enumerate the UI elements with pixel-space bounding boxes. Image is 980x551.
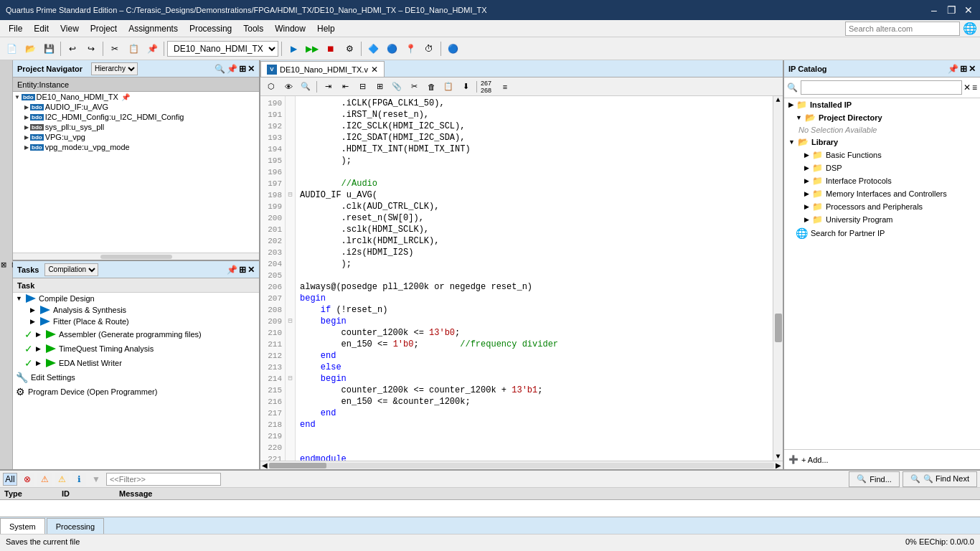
tab-system[interactable]: System bbox=[0, 518, 45, 534]
ip-item-interface[interactable]: ▶ 📁 Interface Protocols bbox=[784, 174, 980, 187]
ed-tool6-btn[interactable]: 📋 bbox=[440, 80, 456, 94]
close-btn[interactable]: ✕ bbox=[963, 4, 974, 16]
ip-item-basic[interactable]: ▶ 📁 Basic Functions bbox=[784, 149, 980, 161]
nav-pin-icon[interactable]: 📌 bbox=[227, 64, 237, 74]
scroll-track-h[interactable] bbox=[269, 463, 774, 468]
ip-group-projdir[interactable]: ▼ 📂 Project Directory bbox=[784, 111, 980, 124]
ed-tool7-btn[interactable]: ⬇ bbox=[458, 80, 473, 94]
find-button[interactable]: 🔍 Find... bbox=[849, 471, 900, 487]
task-row-settings[interactable]: 🔧 Edit Settings bbox=[13, 370, 259, 385]
tree-item-pll[interactable]: ▶ bdo sys_pll:u_sys_pll bbox=[13, 122, 259, 132]
ed-nav-icon[interactable]: ⬡ bbox=[263, 80, 279, 94]
menu-file[interactable]: File bbox=[3, 22, 28, 35]
undo-btn[interactable]: ↩ bbox=[64, 40, 81, 57]
task-row-assembler[interactable]: ✓ ▶ Assembler (Generate programming file… bbox=[13, 327, 259, 342]
restore-btn[interactable]: ❐ bbox=[946, 4, 957, 16]
ed-tool3-btn[interactable]: 📎 bbox=[389, 80, 405, 94]
scroll-down-btn[interactable]: ▼ bbox=[776, 453, 780, 461]
tasks-expand-icon[interactable]: ⊞ bbox=[239, 265, 246, 275]
ed-align-btn[interactable]: ≡ bbox=[497, 80, 513, 94]
rtl-btn[interactable]: 🔷 bbox=[364, 40, 382, 57]
menu-edit[interactable]: Edit bbox=[28, 22, 55, 35]
ip-item-processors[interactable]: ▶ 📁 Processors and Peripherals bbox=[784, 200, 980, 213]
menu-tools[interactable]: Tools bbox=[237, 22, 269, 35]
ip-expand-icon[interactable]: ⊞ bbox=[960, 64, 967, 74]
ed-binocular2-icon[interactable]: 🔍 bbox=[298, 80, 314, 94]
tree-item-i2c[interactable]: ▶ bdo I2C_HDMI_Config:u_I2C_HDMI_Config bbox=[13, 112, 259, 122]
task-row-program[interactable]: ⚙ Program Device (Open Programmer) bbox=[13, 385, 259, 399]
ip-item-dsp[interactable]: ▶ 📁 DSP bbox=[784, 161, 980, 174]
open-btn[interactable]: 📂 bbox=[22, 40, 39, 57]
scroll-left-btn[interactable]: ◀ bbox=[260, 461, 269, 469]
ip-group-installed[interactable]: ▶ 📁 Installed IP bbox=[784, 98, 980, 111]
pin-btn[interactable]: 📍 bbox=[402, 40, 419, 57]
cut-btn[interactable]: ✂ bbox=[106, 40, 123, 57]
ed-tool4-btn[interactable]: ✂ bbox=[406, 80, 422, 94]
task-row-timequest[interactable]: ✓ ▶ TimeQuest Timing Analysis bbox=[13, 342, 259, 356]
ip-options-icon[interactable]: ≡ bbox=[972, 83, 977, 93]
ip-add-button[interactable]: ➕ + Add... bbox=[788, 455, 829, 464]
paste-btn[interactable]: 📌 bbox=[143, 40, 161, 57]
ip-item-partner[interactable]: 🌐 Search for Partner IP bbox=[784, 226, 980, 240]
scroll-right-btn[interactable]: ▶ bbox=[774, 461, 783, 469]
find-next-button[interactable]: 🔍 🔍 Find Next bbox=[903, 471, 977, 487]
filter-info-btn[interactable]: ⚠ bbox=[55, 473, 69, 486]
save-btn[interactable]: 💾 bbox=[40, 40, 57, 57]
ip-close-icon[interactable]: ✕ bbox=[969, 64, 976, 74]
menu-assignments[interactable]: Assignments bbox=[123, 22, 184, 35]
ed-unfold-btn[interactable]: ⊞ bbox=[372, 80, 387, 94]
minimize-btn[interactable]: – bbox=[928, 4, 940, 16]
filter-warning-btn[interactable]: ⚠ bbox=[37, 473, 52, 486]
horiz-scrollbar-nav[interactable] bbox=[13, 253, 259, 260]
analyze-btn[interactable]: ▶ bbox=[285, 40, 302, 57]
editor-tab-main[interactable]: V DE10_Nano_HDMI_TX.v ✕ bbox=[260, 61, 385, 77]
nav-search-icon[interactable]: 🔍 bbox=[215, 64, 225, 74]
ed-fold-btn[interactable]: ⊟ bbox=[354, 80, 370, 94]
copy-btn[interactable]: 📋 bbox=[125, 40, 142, 57]
horiz-scrollbar-editor[interactable]: ◀ ▶ bbox=[260, 461, 783, 469]
scroll-track[interactable] bbox=[773, 104, 783, 453]
tree-item-vpg[interactable]: ▶ bdo VPG:u_vpg bbox=[13, 132, 259, 142]
ed-indent-btn[interactable]: ⇥ bbox=[320, 80, 336, 94]
task-row-analysis[interactable]: ▶ Analysis & Synthesis bbox=[13, 304, 259, 316]
nav-close-icon[interactable]: ✕ bbox=[248, 64, 255, 74]
compilation-select[interactable]: Compilation bbox=[44, 263, 98, 276]
tree-item-vpgmode[interactable]: ▶ bdo vpg_mode:u_vpg_mode bbox=[13, 142, 259, 152]
timing-btn[interactable]: ⏱ bbox=[420, 40, 438, 57]
ed-unindent-btn[interactable]: ⇤ bbox=[337, 80, 353, 94]
menu-help[interactable]: Help bbox=[311, 22, 341, 35]
scroll-up-btn[interactable]: ▲ bbox=[776, 96, 780, 104]
vert-scrollbar-editor[interactable]: ▲ ▼ bbox=[773, 96, 783, 461]
scroll-thumb[interactable] bbox=[775, 314, 782, 342]
tool1-btn[interactable]: 🔵 bbox=[444, 40, 461, 57]
ip-item-university[interactable]: ▶ 📁 University Program bbox=[784, 213, 980, 226]
tab-close-btn[interactable]: ✕ bbox=[371, 65, 378, 75]
project-dropdown[interactable]: DE10_Nano_HDMI_TX bbox=[167, 41, 278, 57]
ip-search-input[interactable] bbox=[801, 80, 962, 95]
menu-project[interactable]: Project bbox=[85, 22, 123, 35]
task-row-compile[interactable]: ▼ Compile Design bbox=[13, 293, 259, 304]
tree-item-root[interactable]: ▼ bdo DE10_Nano_HDMI_TX 📌 bbox=[13, 92, 259, 102]
task-row-eda[interactable]: ✓ ▶ EDA Netlist Writer bbox=[13, 356, 259, 370]
code-editor[interactable]: .iCLK(FPGA_CLK1_50), .iRST_N(reset_n), .… bbox=[296, 96, 773, 461]
menu-view[interactable]: View bbox=[55, 22, 85, 35]
menu-window[interactable]: Window bbox=[269, 22, 311, 35]
search-input[interactable] bbox=[845, 22, 960, 36]
tab-processing[interactable]: Processing bbox=[47, 518, 104, 534]
ed-binocular1-icon[interactable]: 👁 bbox=[281, 80, 296, 94]
hierarchy-select[interactable]: Hierarchy bbox=[91, 62, 138, 75]
chip-btn[interactable]: 🔵 bbox=[383, 40, 400, 57]
stop-btn[interactable]: ⏹ bbox=[322, 40, 339, 57]
task-row-fitter[interactable]: ▶ Fitter (Place & Route) bbox=[13, 316, 259, 327]
tasks-close-icon[interactable]: ✕ bbox=[248, 265, 255, 275]
scroll-thumb-nav[interactable] bbox=[100, 255, 172, 259]
program-btn[interactable]: ⚙ bbox=[341, 40, 358, 57]
tree-item-audio[interactable]: ▶ bdo AUDIO_IF:u_AVG bbox=[13, 102, 259, 112]
tasks-pin-icon[interactable]: 📌 bbox=[227, 265, 237, 275]
ed-linenum-icon[interactable]: 267 268 bbox=[480, 80, 496, 94]
new-btn[interactable]: 📄 bbox=[3, 40, 20, 57]
redo-btn[interactable]: ↪ bbox=[83, 40, 100, 57]
ed-tool5-btn[interactable]: 🗑 bbox=[423, 80, 439, 94]
ip-group-library[interactable]: ▼ 📂 Library bbox=[784, 136, 980, 149]
message-filter-input[interactable] bbox=[106, 473, 221, 486]
